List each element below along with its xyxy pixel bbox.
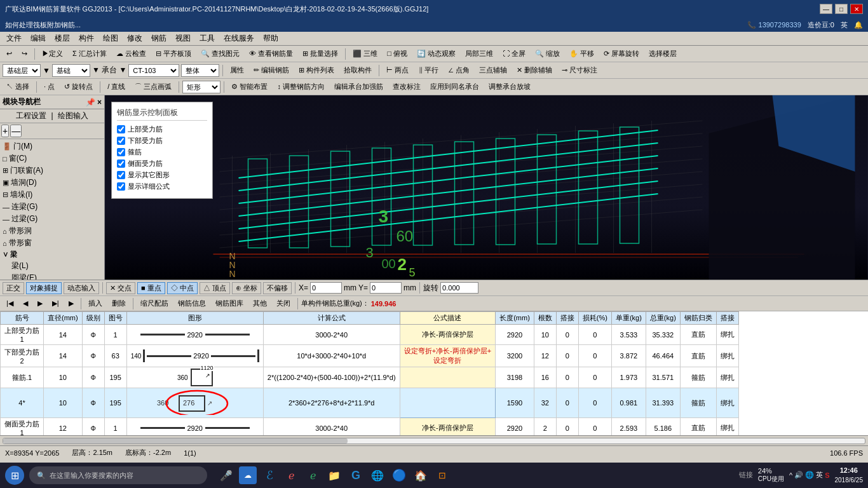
cell-diameter[interactable]: 14: [44, 325, 83, 345]
cell-diameter[interactable]: 10: [44, 367, 83, 388]
cell-loss[interactable]: 0: [578, 367, 611, 388]
nav-prev[interactable]: ◀: [19, 298, 32, 309]
cell-unit-weight[interactable]: 0.981: [611, 388, 646, 418]
x-input[interactable]: [310, 282, 342, 294]
cell-type[interactable]: 直筋: [680, 418, 716, 436]
sidebar-item-door[interactable]: 🚪门(M): [1, 140, 103, 152]
point-angle-button[interactable]: ∠ 点角: [444, 64, 473, 76]
cell-count[interactable]: 2: [534, 418, 556, 436]
zoom-button[interactable]: 🔍 缩放: [531, 48, 564, 60]
point-button[interactable]: · 点: [40, 81, 58, 93]
checkbox-stirrup[interactable]: 箍筋: [117, 147, 207, 157]
3d-button[interactable]: ⬛ 三维: [349, 48, 381, 60]
scope-dropdown[interactable]: 整体: [181, 64, 219, 77]
cell-figure[interactable]: 1: [104, 325, 126, 345]
no-offset-btn[interactable]: 不偏移: [263, 282, 292, 294]
sidebar-item-window[interactable]: □窗(C): [1, 152, 103, 165]
parallel-button[interactable]: ∥ 平行: [415, 64, 442, 76]
close-btn[interactable]: 关闭: [273, 297, 294, 309]
task-g-icon[interactable]: G: [347, 466, 365, 484]
cell-figure[interactable]: 63: [104, 345, 126, 367]
cell-lap[interactable]: 0: [556, 367, 578, 388]
cell-unit-weight[interactable]: 3.872: [611, 345, 646, 367]
table-area[interactable]: 筋号 直径(mm) 级别 图号 图形 计算公式 公式描述 长度(mm) 根数 搭…: [0, 311, 868, 435]
cell-count[interactable]: 16: [534, 367, 556, 388]
cell-type[interactable]: 直筋: [680, 345, 716, 367]
task-browser2-icon[interactable]: ℯ: [304, 466, 322, 484]
drawing-input[interactable]: 绘图输入: [58, 111, 88, 120]
cell-length[interactable]: 1590: [496, 388, 534, 418]
cell-lap2[interactable]: 绑扎: [716, 388, 738, 418]
dim-button[interactable]: ⊸ 尺寸标注: [558, 64, 601, 76]
task-browser-icon[interactable]: ℯ: [282, 466, 300, 484]
cell-lap[interactable]: 0: [556, 388, 578, 418]
checkbox-top-steel[interactable]: 上部受力筋: [117, 125, 207, 134]
checkbox-side-steel[interactable]: 侧面受力筋: [117, 159, 207, 168]
cloud-check-button[interactable]: ☁ 云检查: [112, 48, 150, 60]
cell-diameter[interactable]: 14: [44, 345, 83, 367]
two-points-button[interactable]: ⊢ 两点: [383, 64, 412, 76]
sidebar-item-wall-hole[interactable]: ▣墙洞(D): [1, 177, 103, 189]
nav-next[interactable]: ▶: [34, 298, 46, 309]
task-app4-icon[interactable]: ⊡: [433, 466, 451, 484]
cell-count[interactable]: 10: [534, 325, 556, 345]
menu-steel[interactable]: 钢筋: [147, 32, 170, 45]
checkbox-show-formula[interactable]: 显示详细公式: [117, 182, 207, 191]
cell-count[interactable]: 12: [534, 345, 556, 367]
checkbox-bottom-steel[interactable]: 下部受力筋: [117, 136, 207, 146]
hscrollbar[interactable]: [0, 435, 868, 445]
sidebar-item-beam-L[interactable]: 梁(L): [1, 260, 103, 272]
select-button[interactable]: ↖ 选择: [3, 81, 33, 93]
cell-grade[interactable]: Ф: [82, 325, 104, 345]
pan-button[interactable]: ✋ 平移: [566, 48, 598, 60]
taskbar-arrow-icon[interactable]: ^: [789, 471, 792, 479]
rotate-input[interactable]: [440, 282, 478, 294]
cell-desc[interactable]: [400, 367, 496, 388]
steel-info-btn[interactable]: 钢筋信息: [174, 297, 210, 309]
dynamic-input-btn[interactable]: 动态输入: [64, 282, 99, 294]
cell-shape[interactable]: 360 276 ↗: [126, 388, 263, 418]
delete-btn[interactable]: 删除: [108, 297, 130, 309]
cell-unit-weight[interactable]: 1.973: [611, 367, 646, 388]
cell-lap2[interactable]: 绑扎: [716, 325, 738, 345]
sidebar-item-link-beam[interactable]: —连梁(G): [1, 201, 103, 213]
engineering-setup[interactable]: 工程设置: [16, 111, 46, 120]
cell-unit-weight[interactable]: 2.593: [611, 418, 646, 436]
cell-lap[interactable]: 0: [556, 345, 578, 367]
menu-draw[interactable]: 绘图: [99, 32, 122, 45]
undo-button[interactable]: ↩: [3, 48, 16, 59]
cell-id[interactable]: 侧面受力筋1: [1, 418, 44, 436]
select-floor-button[interactable]: 选择楼层: [645, 48, 681, 60]
scale-rebar-btn[interactable]: 缩尺配筋: [137, 297, 172, 309]
maximize-button[interactable]: □: [835, 4, 848, 14]
cell-formula[interactable]: 3000-2*40: [263, 325, 400, 345]
cell-diameter[interactable]: 10: [44, 388, 83, 418]
cell-lap2[interactable]: 绑扎: [716, 367, 738, 388]
cell-loss[interactable]: 0: [578, 325, 611, 345]
cell-figure[interactable]: 195: [104, 367, 126, 388]
cell-shape[interactable]: 360 1120 ↗: [126, 367, 263, 388]
component-list-button[interactable]: ⊞ 构件列表: [295, 64, 338, 76]
layer-dropdown[interactable]: 基础层: [3, 64, 41, 77]
task-ie-icon[interactable]: ℰ: [261, 466, 278, 484]
sidebar-item-trapez-window[interactable]: ⌂带形窗: [1, 237, 103, 249]
cell-lap2[interactable]: 绑扎: [716, 418, 738, 436]
cell-lap[interactable]: 0: [556, 325, 578, 345]
task-folder-icon[interactable]: 📁: [325, 466, 343, 484]
property-button[interactable]: 属性: [226, 64, 248, 76]
other-btn[interactable]: 其他: [249, 297, 271, 309]
cell-count[interactable]: 32: [534, 388, 556, 418]
menu-modify[interactable]: 修改: [123, 32, 146, 45]
del-aux-button[interactable]: ✕ 删除辅轴: [513, 64, 556, 76]
edit-steel-button[interactable]: ✏ 编辑钢筋: [250, 64, 293, 76]
menu-edit[interactable]: 编辑: [27, 32, 50, 45]
close-button[interactable]: ✕: [850, 4, 863, 14]
arc-button[interactable]: ⌒ 三点画弧: [131, 81, 175, 93]
sidebar-item-beam-group[interactable]: ∨ 梁: [1, 249, 103, 260]
cell-grade[interactable]: Ф: [82, 345, 104, 367]
component-dropdown[interactable]: 基础: [52, 64, 90, 77]
sidebar-tool2[interactable]: —: [10, 125, 22, 137]
adjust-slope-button[interactable]: 调整承台放坡: [485, 81, 534, 93]
shape-dropdown[interactable]: 矩形: [182, 81, 220, 93]
cell-length[interactable]: 2920: [496, 325, 534, 345]
